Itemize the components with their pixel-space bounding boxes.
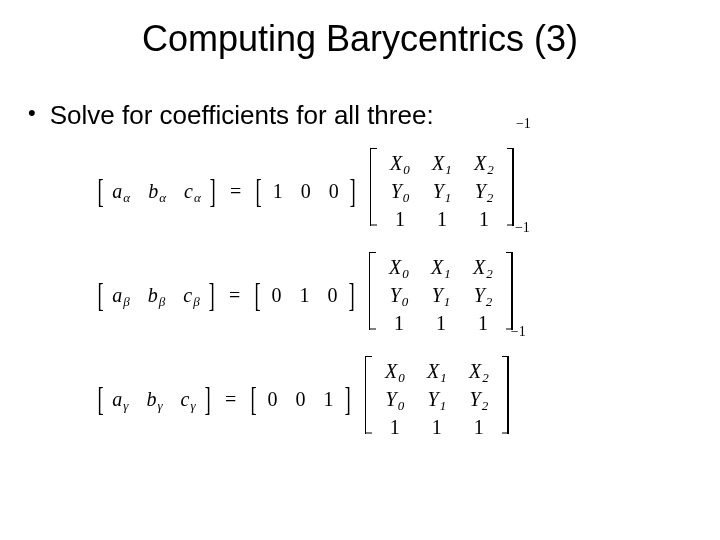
equation-row: [ aγ bγ cγ ] = [ 0 0 1 ] X0 X1 X2 Y0 (95, 357, 720, 441)
equation-row: [ aα bα cα ] = [ 1 0 0 ] X0 X1 X2 Y0 (95, 149, 720, 233)
inverse-matrix: X0 X1 X2 Y0 Y1 Y2 1 1 1 −1 (365, 356, 524, 443)
equations-block: [ aα bα cα ] = [ 1 0 0 ] X0 X1 X2 Y0 (0, 131, 720, 441)
rhs-vector: [ 0 0 1 ] (248, 384, 353, 414)
bullet-text: Solve for coefficients for all three: (50, 100, 434, 131)
rhs-vector: [ 1 0 0 ] (253, 176, 358, 206)
rhs-vector: [ 0 1 0 ] (252, 280, 357, 310)
bullet-marker: • (28, 100, 36, 126)
lhs-vector: [ aα bα cα ] (95, 176, 218, 206)
equals-sign: = (230, 180, 241, 203)
equation-row: [ aβ bβ cβ ] = [ 0 1 0 ] X0 X1 X2 Y0 (95, 253, 720, 337)
bullet-item: • Solve for coefficients for all three: (0, 64, 720, 131)
inverse-matrix: X0 X1 X2 Y0 Y1 Y2 1 1 1 −1 (369, 252, 528, 339)
inverse-matrix: X0 X1 X2 Y0 Y1 Y2 1 1 1 −1 (370, 148, 529, 235)
slide-title: Computing Barycentrics (3) (0, 0, 720, 64)
inverse-exponent: −1 (511, 324, 526, 340)
equals-sign: = (229, 284, 240, 307)
inverse-exponent: −1 (516, 116, 531, 132)
lhs-vector: [ aβ bβ cβ ] (95, 280, 217, 310)
inverse-exponent: −1 (515, 220, 530, 236)
equals-sign: = (225, 388, 236, 411)
lhs-vector: [ aγ bγ cγ ] (95, 384, 213, 414)
